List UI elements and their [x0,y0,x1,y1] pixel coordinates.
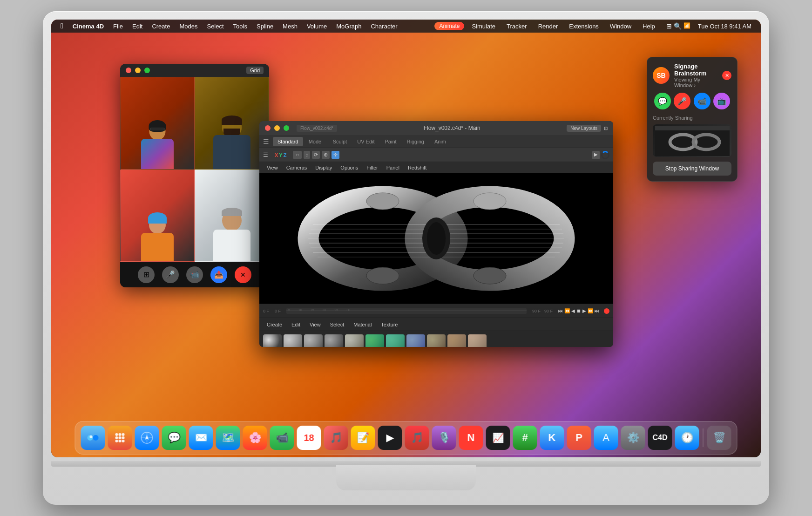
dock-stocks[interactable]: 📈 [486,426,510,450]
toggle-btn[interactable]: ⊡ [604,126,608,131]
grid-label[interactable]: Grid [246,67,264,74]
tool-icon-1[interactable]: ↔ [293,151,302,159]
close-sharing-button[interactable]: ✕ [722,71,731,80]
tools-menu[interactable]: Tools [230,22,251,31]
app-name-menu[interactable]: Cinema 4D [69,22,108,31]
c4d-close[interactable] [265,125,271,131]
select-menu[interactable]: Select [203,22,227,31]
panel-menu[interactable]: Panel [383,164,403,171]
play-beginning[interactable]: ⏮ [558,308,563,313]
dock-cinema4d[interactable]: C4D [648,426,672,450]
material-glassJ[interactable]: glassJ [447,334,466,347]
dock-pages[interactable]: P [567,426,591,450]
dock-calendar[interactable]: 18 [297,426,321,450]
animate-button[interactable]: Animate [434,22,464,30]
material-glassD[interactable]: glassD [325,334,343,347]
tab-standard[interactable]: Standard [273,137,303,146]
c4d-minimize[interactable] [274,125,280,131]
dock-podcasts[interactable]: 🎙️ [432,426,456,450]
dock-mail[interactable]: ✉️ [189,426,213,450]
cameras-menu[interactable]: Cameras [283,164,311,171]
dock-music[interactable]: 🎵 [405,426,429,450]
render-icon[interactable]: ▶ [592,151,600,159]
material-glassH[interactable]: glassH [406,334,425,347]
redshift-menu[interactable]: Redshift [404,164,430,171]
mesh-menu[interactable]: Mesh [279,22,301,31]
dock-appletv[interactable]: ▶ [378,426,402,450]
material-glassB[interactable]: glassB [284,334,302,347]
view-menu[interactable]: View [263,164,282,171]
tab-sculpt[interactable]: Sculpt [328,137,352,146]
audio-share-button[interactable]: 🎤 [674,93,690,109]
play-end[interactable]: ⏭ [595,308,599,313]
apple-menu[interactable]:  [57,21,67,31]
close-button[interactable] [126,68,131,73]
dock-launchpad[interactable] [108,426,132,450]
record-btn[interactable] [604,308,609,314]
material-glassC[interactable]: glassC [304,334,323,347]
options-menu[interactable]: Options [337,164,362,171]
dock-system-prefs[interactable]: ⚙️ [621,426,645,450]
character-menu[interactable]: Character [367,22,401,31]
mat-view-menu[interactable]: View [306,321,325,328]
control-center-icon[interactable]: ⊞ [666,22,672,30]
dock-notes[interactable]: 📝 [351,426,375,450]
camera-button[interactable]: 📹 [186,266,203,283]
file-menu[interactable]: File [109,22,127,31]
dock-numbers[interactable]: # [513,426,537,450]
tab-uv-edit[interactable]: UV Edit [352,137,379,146]
filter-menu[interactable]: Filter [363,164,381,171]
extensions-menu[interactable]: Extensions [565,22,602,31]
window-menu[interactable]: Window [606,22,635,31]
dock-maps[interactable]: 🗺️ [216,426,240,450]
play-btn[interactable]: ▶ [582,308,586,313]
step-back[interactable]: ⏪ [564,308,570,313]
share-button[interactable]: 📤 [210,266,227,283]
material-glassF[interactable]: glassF [365,334,384,347]
tool-icon-5[interactable]: ✛ [332,151,339,159]
tool-icon-2[interactable]: ↕ [304,151,310,159]
mat-create-menu[interactable]: Create [263,321,286,328]
tracker-menu[interactable]: Tracker [503,22,531,31]
step-forward[interactable]: ⏩ [588,308,593,313]
c4d-maximize[interactable] [284,125,289,131]
tab-rigging[interactable]: Rigging [402,137,429,146]
tool-icon-4[interactable]: ⊕ [322,151,330,159]
sharing-subtitle[interactable]: Viewing My Window › [674,77,717,88]
end-call-button[interactable]: ✕ [235,266,251,283]
dock-trash[interactable]: 🗑️ [707,426,731,450]
display-menu[interactable]: Display [311,164,336,171]
mat-edit-menu[interactable]: Edit [288,321,304,328]
stop-sharing-button[interactable]: Stop Sharing Window [653,162,731,176]
screen-share-button[interactable]: 📺 [713,93,730,109]
tab-anim[interactable]: Anim [430,137,451,146]
mat-texture-menu[interactable]: Texture [377,321,401,328]
material-glassA[interactable]: glassA [263,334,282,347]
minimize-button[interactable] [135,68,141,73]
dock-photos[interactable]: 🌸 [243,426,267,450]
material-glassK[interactable]: glassK [468,334,487,347]
dock-screentime[interactable]: 🕐 [675,426,699,450]
mat-material-menu[interactable]: Material [350,321,375,328]
render-menu[interactable]: Render [535,22,562,31]
help-menu[interactable]: Help [639,22,659,31]
spline-menu[interactable]: Spline [253,22,277,31]
tool-icon-3[interactable]: ⟳ [312,151,320,159]
mograph-menu[interactable]: MoGraph [332,22,365,31]
new-layouts-btn[interactable]: New Layouts [567,125,601,132]
dock-facetime[interactable]: 📹 [270,426,294,450]
play-back[interactable]: ◀ [571,308,575,313]
volume-menu[interactable]: Volume [303,22,331,31]
menu-icon[interactable]: ☰ [263,152,268,158]
dock-news[interactable]: N [459,426,483,450]
dock-safari[interactable] [135,426,159,450]
material-glassE[interactable]: glassE [345,334,364,347]
stop-btn[interactable]: ⏹ [576,308,581,313]
edit-menu[interactable]: Edit [129,22,146,31]
dock-finder[interactable] [81,426,105,450]
mic-button[interactable]: 🎤 [162,266,179,283]
simulate-menu[interactable]: Simulate [468,22,499,31]
message-share-button[interactable]: 💬 [654,93,671,109]
tab-paint[interactable]: Paint [380,137,401,146]
search-icon[interactable]: 🔍 [674,22,682,30]
